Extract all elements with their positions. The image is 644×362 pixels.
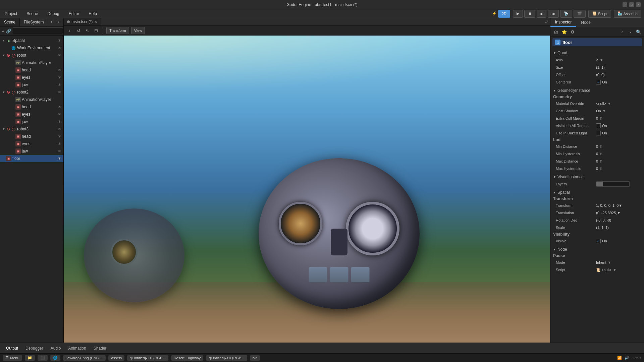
taskbar-desert[interactable]: Desert_Highway xyxy=(171,355,204,361)
section-geominstance-header[interactable]: ▼ GeometryInstance xyxy=(550,87,644,94)
mat-override-dropdown[interactable]: ▼ xyxy=(607,102,611,106)
insp-next-btn[interactable]: › xyxy=(627,28,634,36)
taskbar-menu[interactable]: ☰ Menu xyxy=(3,355,22,361)
panel-prev-btn[interactable]: ‹ xyxy=(48,18,55,25)
tree-item-eyes2[interactable]: ▣ eyes 👁 xyxy=(0,111,63,118)
view-btn[interactable]: View xyxy=(131,27,145,34)
bottom-tab-audio[interactable]: Audio xyxy=(47,345,64,352)
select-mode-btn[interactable]: ↖ xyxy=(84,27,91,34)
eye-jaw1[interactable]: 👁 xyxy=(57,83,62,87)
section-visualinstance-header[interactable]: ▼ VisualInstance xyxy=(550,174,644,180)
taskbar-untitled3[interactable]: *[Untitled]-3.0 (RGB... xyxy=(206,355,247,361)
transform-btn[interactable]: Transform xyxy=(106,27,129,34)
section-quad-header[interactable]: ▼ Quad xyxy=(550,50,644,56)
add-scene-btn[interactable]: + xyxy=(66,27,73,34)
viewport-canvas[interactable] xyxy=(64,36,550,343)
bottom-tab-debugger[interactable]: Debugger xyxy=(22,345,47,352)
section-spatial-header[interactable]: ▼ Spatial xyxy=(550,189,644,196)
taskbar-assets[interactable]: assets xyxy=(108,355,124,361)
taskbar-files-icon[interactable]: 📁 xyxy=(25,355,35,361)
eye-jaw3[interactable]: 👁 xyxy=(57,149,62,153)
tree-item-robot3[interactable]: ▼ ⊖ ◯ robot3 👁 xyxy=(0,125,63,133)
bottom-tab-animation[interactable]: Animation xyxy=(65,345,89,352)
min-distance-stepper[interactable]: ⬆ xyxy=(599,144,602,149)
menu-help[interactable]: Help xyxy=(87,11,99,17)
mode-dropdown-arrow[interactable]: ▼ xyxy=(608,260,611,264)
section-node-header[interactable]: ▼ Node xyxy=(550,246,644,253)
insp-bookmark-btn[interactable]: ⭐ xyxy=(560,28,568,36)
tree-item-jaw2[interactable]: ▣ jaw 👁 xyxy=(0,118,63,125)
remote-btn[interactable]: 📡 xyxy=(560,10,572,18)
movie-btn[interactable]: 🎬 xyxy=(574,10,586,18)
scene-search[interactable] xyxy=(13,27,63,34)
insp-tab-node[interactable]: Node xyxy=(576,18,595,26)
insp-history-btn[interactable]: 🗂 xyxy=(552,28,559,36)
tree-item-head2[interactable]: ▣ head 👁 xyxy=(0,103,63,111)
tree-item-head3[interactable]: ▣ head 👁 xyxy=(0,133,63,140)
menu-debug[interactable]: Debug xyxy=(45,11,61,17)
taskbar-bin[interactable]: bin xyxy=(250,355,260,361)
min-hysteresis-stepper[interactable]: ⬆ xyxy=(599,152,602,156)
eye-spatial[interactable]: 👁 xyxy=(57,39,62,43)
assetlib-btn[interactable]: 🏪 AssetLib xyxy=(614,10,641,18)
centered-checkbox[interactable] xyxy=(596,80,601,84)
tree-item-worldenv[interactable]: 🌐 WorldEnvironment 👁 xyxy=(0,44,63,52)
link-btn[interactable]: 🔗 xyxy=(6,27,11,34)
bottom-tab-output[interactable]: Output xyxy=(3,345,21,352)
taskbar-terminal-icon[interactable]: ⬛ xyxy=(38,355,48,361)
tree-item-anim1[interactable]: AP AnimationPlayer xyxy=(0,59,63,66)
bottom-tab-shader[interactable]: Shader xyxy=(90,345,110,352)
visible-checkbox[interactable] xyxy=(596,239,601,243)
visible-all-rooms-checkbox[interactable] xyxy=(596,123,601,128)
insp-tab-inspector[interactable]: Inspector xyxy=(550,18,576,27)
eye-jaw2[interactable]: 👁 xyxy=(57,120,62,124)
viewport-tab-msin[interactable]: msin.tscn(*) ✕ xyxy=(64,18,101,25)
axis-dropdown-arrow[interactable]: ▼ xyxy=(600,58,603,62)
step-btn[interactable]: ⏭ xyxy=(548,10,559,18)
menu-scene[interactable]: Scene xyxy=(24,11,40,17)
tree-item-floor[interactable]: ▣ floor 👁 xyxy=(0,155,63,162)
mode-2d-btn[interactable]: 2D xyxy=(498,10,510,18)
tree-item-anim2[interactable]: AP AnimationPlayer xyxy=(0,96,63,103)
eye-head3[interactable]: 👁 xyxy=(57,134,62,138)
tab-scene[interactable]: Scene xyxy=(0,18,20,26)
maximize-btn[interactable]: □ xyxy=(629,2,634,7)
insp-settings-btn[interactable]: ⚙ xyxy=(569,28,576,36)
extra-cull-stepper[interactable]: ⬆ xyxy=(599,116,602,121)
tree-item-robot2[interactable]: ▼ ⊖ ◯ robot2 👁 xyxy=(0,88,63,96)
eye-robot2[interactable]: 👁 xyxy=(57,90,62,94)
insp-prev-btn[interactable]: ‹ xyxy=(619,28,626,36)
eye-eyes2[interactable]: 👁 xyxy=(57,112,62,116)
eye-robot[interactable]: 👁 xyxy=(57,53,62,57)
tab-close-btn[interactable]: ✕ xyxy=(94,20,97,24)
eye-head1[interactable]: 👁 xyxy=(57,68,62,72)
add-node-btn[interactable]: + xyxy=(2,27,5,34)
taskbar-jawdrop[interactable]: [jawdrop1.png (PNG ... xyxy=(63,355,106,361)
tree-item-eyes3[interactable]: ▣ eyes 👁 xyxy=(0,140,63,147)
eye-robot3[interactable]: 👁 xyxy=(57,127,62,131)
max-hysteresis-stepper[interactable]: ⬆ xyxy=(599,167,602,171)
menu-editor[interactable]: Editor xyxy=(67,11,81,17)
cast-shadow-dropdown[interactable]: ▼ xyxy=(602,109,606,113)
play-btn[interactable]: ▶ xyxy=(513,10,523,18)
stop-btn[interactable]: ■ xyxy=(537,10,546,18)
pause-btn[interactable]: ⏸ xyxy=(524,10,535,18)
insp-search-btn[interactable]: 🔍 xyxy=(635,28,642,36)
max-distance-stepper[interactable]: ⬆ xyxy=(599,159,602,164)
tree-item-jaw1[interactable]: ▣ jaw 👁 xyxy=(0,81,63,88)
minimize-btn[interactable]: ─ xyxy=(623,2,627,7)
use-baked-checkbox[interactable] xyxy=(596,131,601,135)
layers-box[interactable] xyxy=(596,181,630,187)
tree-item-head1[interactable]: ▣ head 👁 xyxy=(0,66,63,74)
taskbar-browser-icon[interactable]: 🌐 xyxy=(50,355,60,361)
tree-item-jaw3[interactable]: ▣ jaw 👁 xyxy=(0,147,63,155)
grid-btn[interactable]: ⊞ xyxy=(93,27,99,34)
tab-filesystem[interactable]: FileSystem xyxy=(20,18,48,26)
eye-eyes1[interactable]: 👁 xyxy=(57,75,62,79)
taskbar-untitled1[interactable]: *[Untitled]-1.0 (RGB... xyxy=(127,355,168,361)
viewport-maximize-btn[interactable]: ⤢ xyxy=(545,19,549,24)
close-btn[interactable]: ✕ xyxy=(636,2,641,7)
undo-btn[interactable]: ↺ xyxy=(75,27,82,34)
eye-eyes3[interactable]: 👁 xyxy=(57,142,62,146)
menu-project[interactable]: Project xyxy=(3,11,19,17)
